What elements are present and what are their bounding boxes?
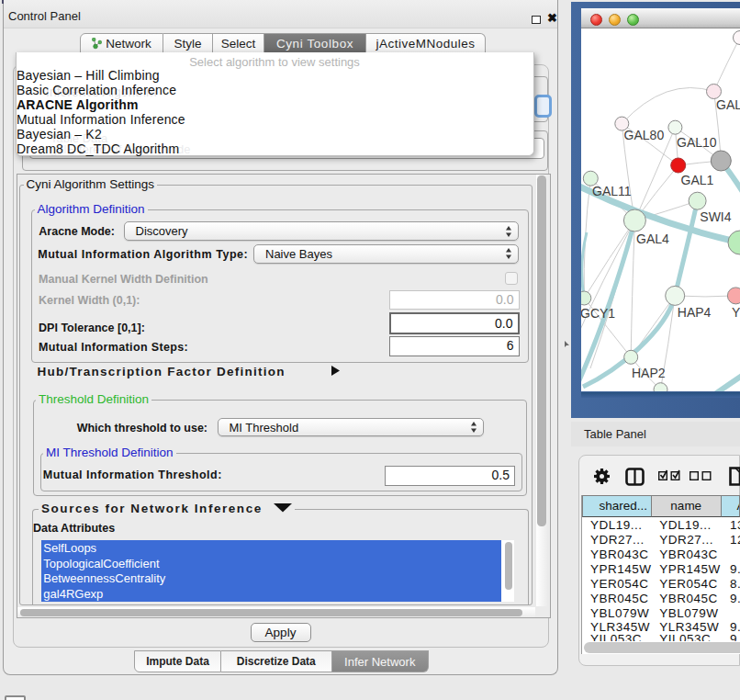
svg-text:GAL: GAL [716, 97, 740, 112]
svg-text:GAL4: GAL4 [636, 231, 669, 246]
svg-text:GCY1: GCY1 [581, 306, 615, 321]
svg-text:GAL1: GAL1 [681, 173, 714, 187]
svg-text:HAP4: HAP4 [678, 305, 712, 320]
svg-text:GAL80: GAL80 [624, 128, 665, 142]
svg-text:GAL10: GAL10 [677, 135, 717, 150]
svg-text:HAP2: HAP2 [632, 366, 666, 380]
svg-text:GAL11: GAL11 [592, 184, 632, 198]
svg-text:SWI4: SWI4 [700, 209, 731, 224]
svg-text:Y: Y [732, 305, 740, 320]
